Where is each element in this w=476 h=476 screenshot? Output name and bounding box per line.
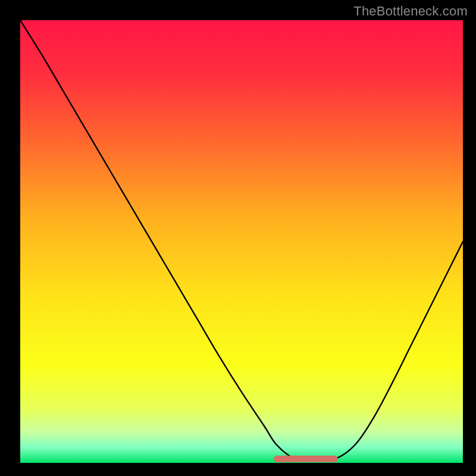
watermark: TheBottleneck.com	[353, 4, 468, 19]
bottleneck-curve	[20, 20, 463, 461]
plot-area	[20, 20, 463, 463]
curve-layer	[20, 20, 463, 463]
chart-frame: TheBottleneck.com	[0, 0, 476, 476]
